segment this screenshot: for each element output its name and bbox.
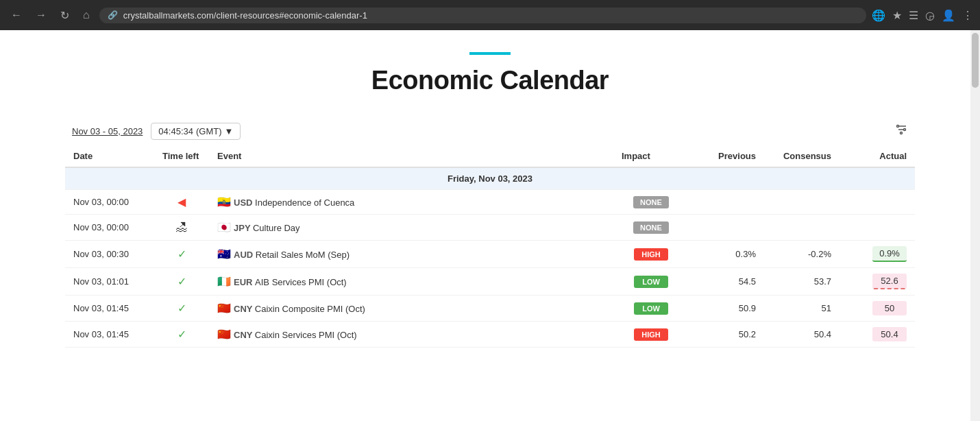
- cell-time-left: ✓: [154, 322, 209, 348]
- table-row: Nov 03, 00:00🏖🇯🇵JPY Culture DayNONE: [65, 215, 915, 241]
- table-body: Friday, Nov 03, 2023Nov 03, 00:00◀🇪🇨USD …: [65, 167, 915, 348]
- check-icon: ✓: [177, 276, 186, 287]
- impact-badge: NONE: [633, 196, 669, 208]
- forward-button[interactable]: →: [32, 6, 51, 24]
- calendar-controls-left: Nov 03 - 05, 2023 04:45:34 (GMT) ▼: [72, 123, 241, 140]
- currency-code: CNY: [234, 304, 255, 314]
- header-impact: Impact: [613, 145, 689, 167]
- currency-code: EUR: [234, 277, 255, 287]
- bookmark-button[interactable]: ★: [892, 9, 902, 22]
- cell-previous: 54.5: [689, 268, 764, 296]
- cell-time-left: ◀: [154, 190, 209, 215]
- menu-button[interactable]: ⋮: [962, 9, 973, 22]
- date-range-button[interactable]: Nov 03 - 05, 2023: [72, 126, 143, 136]
- cell-actual: 50.4: [840, 322, 915, 348]
- currency-code: CNY: [234, 330, 255, 340]
- cell-event: 🇦🇺AUD Retail Sales MoM (Sep): [209, 241, 613, 268]
- flag-icon: 🇮🇪: [217, 276, 231, 287]
- table-row: Nov 03, 00:30✓🇦🇺AUD Retail Sales MoM (Se…: [65, 241, 915, 268]
- event-name: Caixin Services PMI (Oct): [255, 330, 357, 340]
- calendar-section: Nov 03 - 05, 2023 04:45:34 (GMT) ▼: [51, 123, 929, 348]
- cell-event: 🇨🇳CNY Caixin Composite PMI (Oct): [209, 296, 613, 322]
- event-name: AIB Services PMI (Oct): [255, 277, 347, 287]
- check-icon: ✓: [177, 302, 186, 314]
- cell-event: 🇨🇳CNY Caixin Services PMI (Oct): [209, 322, 613, 348]
- event-name: Caixin Composite PMI (Oct): [255, 304, 365, 314]
- extensions-button[interactable]: ☰: [909, 9, 918, 22]
- refresh-button[interactable]: ↻: [56, 6, 73, 25]
- cell-date: Nov 03, 00:00: [65, 215, 154, 241]
- cell-impact: LOW: [613, 268, 689, 296]
- cell-previous: 0.3%: [689, 241, 764, 268]
- actual-value: 0.9%: [872, 246, 907, 262]
- cell-time-left: ✓: [154, 296, 209, 322]
- browser-actions: 🌐 ★ ☰ ◶ 👤 ⋮: [872, 9, 973, 22]
- flag-icon: 🇨🇳: [217, 328, 231, 340]
- time-value: 04:45:34: [158, 126, 193, 136]
- cell-event: 🇪🇨USD Independence of Cuenca: [209, 190, 613, 215]
- page-content: Economic Calendar Nov 03 - 05, 2023 04:4…: [0, 52, 980, 421]
- back-button[interactable]: ←: [7, 6, 26, 24]
- flag-icon: 🇯🇵: [217, 221, 231, 233]
- impact-badge: HIGH: [634, 328, 668, 341]
- event-name: Culture Day: [253, 223, 300, 233]
- currency-code: AUD: [234, 250, 256, 260]
- date-group-row: Friday, Nov 03, 2023: [65, 167, 915, 190]
- header-actual: Actual: [840, 145, 915, 167]
- browser-layout-button[interactable]: ◶: [925, 9, 935, 22]
- header-date: Date: [65, 145, 154, 167]
- scrollbar[interactable]: [970, 30, 980, 421]
- timezone-value: (GMT): [196, 126, 222, 136]
- cell-date: Nov 03, 00:30: [65, 241, 154, 268]
- cell-previous: [689, 190, 764, 215]
- flag-icon: 🇨🇳: [217, 302, 231, 314]
- time-display[interactable]: 04:45:34 (GMT) ▼: [151, 123, 241, 140]
- table-header-row: Date Time left Event Impact Previous Con…: [65, 145, 915, 167]
- home-button[interactable]: ⌂: [79, 6, 94, 24]
- translate-button[interactable]: 🌐: [872, 9, 885, 22]
- header-consensus: Consensus: [764, 145, 840, 167]
- cell-time-left: ✓: [154, 268, 209, 296]
- header-event: Event: [209, 145, 613, 167]
- cell-consensus: 53.7: [764, 268, 840, 296]
- currency-code: JPY: [234, 223, 253, 233]
- cell-previous: [689, 215, 764, 241]
- address-bar-icon: 🔗: [108, 10, 118, 20]
- address-bar[interactable]: 🔗 crystalballmarkets.com/client-resource…: [99, 8, 866, 23]
- impact-badge: NONE: [633, 221, 669, 234]
- actual-value: 52.6: [872, 274, 907, 289]
- calendar-controls: Nov 03 - 05, 2023 04:45:34 (GMT) ▼: [65, 123, 915, 140]
- cell-consensus: -0.2%: [764, 241, 840, 268]
- calendar-table: Date Time left Event Impact Previous Con…: [65, 145, 915, 348]
- cell-consensus: [764, 215, 840, 241]
- cell-impact: NONE: [613, 190, 689, 215]
- cell-previous: 50.9: [689, 296, 764, 322]
- cell-consensus: [764, 190, 840, 215]
- table-row: Nov 03, 01:45✓🇨🇳CNY Caixin Services PMI …: [65, 322, 915, 348]
- filter-button[interactable]: [894, 123, 908, 140]
- table-row: Nov 03, 01:45✓🇨🇳CNY Caixin Composite PMI…: [65, 296, 915, 322]
- cell-previous: 50.2: [689, 322, 764, 348]
- header-time-left: Time left: [154, 145, 209, 167]
- profile-button[interactable]: 👤: [942, 9, 955, 22]
- cell-date: Nov 03, 01:45: [65, 322, 154, 348]
- cell-time-left: 🏖: [154, 215, 209, 241]
- scrollbar-thumb[interactable]: [972, 33, 979, 88]
- cell-date: Nov 03, 00:00: [65, 190, 154, 215]
- check-icon: ✓: [177, 248, 186, 260]
- cell-actual: 0.9%: [840, 241, 915, 268]
- dropdown-arrow-icon: ▼: [225, 126, 234, 136]
- address-bar-text: crystalballmarkets.com/client-resources#…: [123, 10, 858, 21]
- beach-icon: 🏖: [175, 220, 188, 234]
- cell-actual: 52.6: [840, 268, 915, 296]
- flag-icon: 🇪🇨: [217, 196, 231, 208]
- impact-badge: LOW: [634, 302, 668, 315]
- svg-point-4: [904, 129, 906, 131]
- impact-badge: HIGH: [634, 248, 668, 261]
- cell-time-left: ✓: [154, 241, 209, 268]
- arrow-icon: ◀: [177, 196, 186, 208]
- cell-event: 🇯🇵JPY Culture Day: [209, 215, 613, 241]
- header-previous: Previous: [689, 145, 764, 167]
- cell-date: Nov 03, 01:45: [65, 296, 154, 322]
- cell-impact: HIGH: [613, 241, 689, 268]
